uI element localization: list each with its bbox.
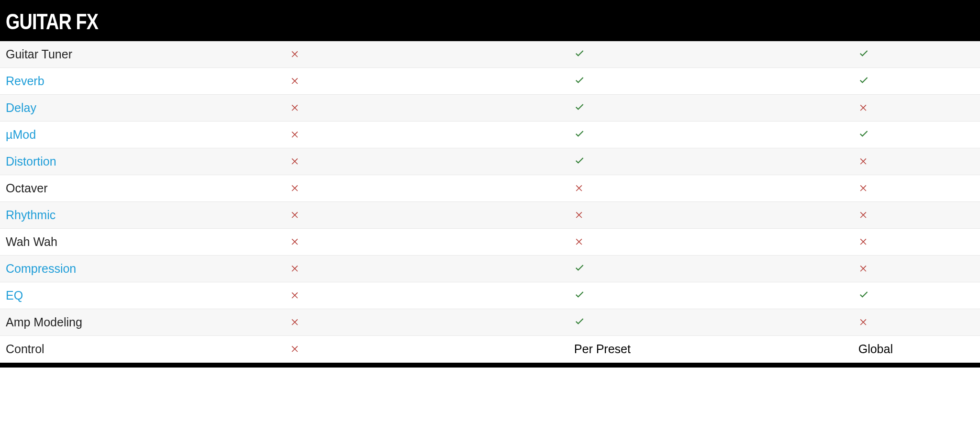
cross-icon — [858, 101, 868, 111]
cell-col2 — [568, 256, 853, 282]
check-icon — [574, 74, 585, 85]
cell-col1 — [284, 309, 568, 336]
row-label-cell: µMod — [0, 122, 284, 148]
cell-col1 — [284, 202, 568, 229]
row-label-control: Control — [6, 342, 45, 356]
row-label-link-mod[interactable]: µMod — [6, 128, 36, 141]
cell-col2 — [568, 282, 853, 309]
cell-col2 — [568, 148, 853, 175]
cell-col3 — [853, 95, 980, 122]
table-row: Compression — [0, 256, 980, 282]
cell-col1 — [284, 256, 568, 282]
cell-text: Global — [858, 342, 893, 356]
cell-col1 — [284, 41, 568, 68]
cross-icon — [858, 181, 868, 191]
row-label-link-eq[interactable]: EQ — [6, 289, 23, 302]
cross-icon — [858, 262, 868, 271]
footer-bar — [0, 363, 980, 368]
cross-icon — [290, 155, 300, 164]
table-row: µMod — [0, 122, 980, 148]
row-label-amp-modeling: Amp Modeling — [6, 315, 82, 329]
cross-icon — [290, 74, 300, 84]
cell-col1 — [284, 229, 568, 256]
check-icon — [858, 289, 869, 299]
table-row: EQ — [0, 282, 980, 309]
row-label-cell: Amp Modeling — [0, 309, 284, 336]
row-label-link-compression[interactable]: Compression — [6, 262, 76, 275]
row-label-cell: Compression — [0, 256, 284, 282]
cross-icon — [858, 315, 868, 325]
cross-icon — [290, 315, 300, 325]
check-icon — [574, 155, 585, 165]
check-icon — [574, 315, 585, 326]
cell-col3 — [853, 309, 980, 336]
cell-col2 — [568, 229, 853, 256]
row-label-link-distortion[interactable]: Distortion — [6, 155, 56, 168]
cross-icon — [858, 155, 868, 164]
cell-col1 — [284, 336, 568, 363]
cross-icon — [574, 181, 584, 191]
cross-icon — [858, 208, 868, 218]
cell-col3 — [853, 175, 980, 202]
cross-icon — [290, 128, 300, 137]
cell-col3: Global — [853, 336, 980, 363]
cell-col2 — [568, 122, 853, 148]
row-label-cell: Octaver — [0, 175, 284, 202]
cell-col1 — [284, 175, 568, 202]
check-icon — [574, 289, 585, 299]
table-row: Octaver — [0, 175, 980, 202]
row-label-cell: Wah Wah — [0, 229, 284, 256]
cell-col1 — [284, 282, 568, 309]
check-icon — [574, 101, 585, 112]
cell-col2 — [568, 175, 853, 202]
row-label-link-rhythmic[interactable]: Rhythmic — [6, 208, 56, 222]
cell-col2: Per Preset — [568, 336, 853, 363]
row-label-cell: Reverb — [0, 68, 284, 95]
check-icon — [858, 47, 869, 58]
cell-col2 — [568, 95, 853, 122]
cross-icon — [574, 235, 584, 245]
cross-icon — [290, 101, 300, 111]
row-label-cell: Guitar Tuner — [0, 41, 284, 68]
row-label-cell: EQ — [0, 282, 284, 309]
table-row: Reverb — [0, 68, 980, 95]
table-row: ControlPer PresetGlobal — [0, 336, 980, 363]
cell-col3 — [853, 202, 980, 229]
cell-col2 — [568, 202, 853, 229]
row-label-cell: Control — [0, 336, 284, 363]
row-label-cell: Distortion — [0, 148, 284, 175]
cell-col3 — [853, 282, 980, 309]
row-label-guitar-tuner: Guitar Tuner — [6, 47, 72, 61]
table-row: Amp Modeling — [0, 309, 980, 336]
table-row: Delay — [0, 95, 980, 122]
cross-icon — [574, 208, 584, 218]
cell-col2 — [568, 309, 853, 336]
section-title: GUITAR FX — [6, 9, 800, 34]
cell-col3 — [853, 68, 980, 95]
row-label-wah-wah: Wah Wah — [6, 235, 57, 248]
row-label-link-delay[interactable]: Delay — [6, 101, 36, 114]
table-row: Wah Wah — [0, 229, 980, 256]
cell-col3 — [853, 122, 980, 148]
row-label-octaver: Octaver — [6, 181, 48, 195]
check-icon — [858, 74, 869, 85]
cross-icon — [290, 47, 300, 57]
cross-icon — [290, 208, 300, 218]
table-row: Guitar Tuner — [0, 41, 980, 68]
cell-col2 — [568, 68, 853, 95]
cell-col1 — [284, 122, 568, 148]
check-icon — [574, 47, 585, 58]
check-icon — [858, 128, 869, 138]
cell-col1 — [284, 148, 568, 175]
row-label-cell: Rhythmic — [0, 202, 284, 229]
cross-icon — [290, 342, 300, 352]
cell-col3 — [853, 229, 980, 256]
check-icon — [574, 262, 585, 272]
row-label-link-reverb[interactable]: Reverb — [6, 74, 45, 88]
table-row: Rhythmic — [0, 202, 980, 229]
check-icon — [574, 128, 585, 138]
cell-col3 — [853, 41, 980, 68]
cross-icon — [290, 289, 300, 298]
section-header: GUITAR FX — [0, 0, 980, 41]
table-row: Distortion — [0, 148, 980, 175]
